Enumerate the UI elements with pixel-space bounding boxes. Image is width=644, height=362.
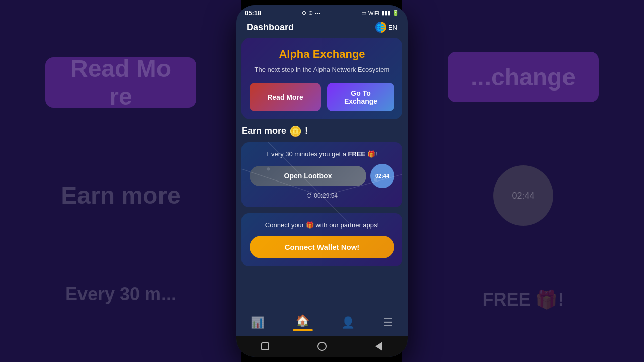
- go-to-exchange-button[interactable]: Go To Exchange: [327, 83, 394, 111]
- banner-buttons: Read More Go To Exchange: [250, 83, 394, 111]
- nav-active-indicator: [293, 329, 313, 331]
- free-text: FREE: [348, 150, 366, 158]
- screen-icon: ▭: [361, 10, 366, 16]
- language-button[interactable]: 🌐 EN: [375, 22, 397, 33]
- open-lootbox-button[interactable]: Open Lootbox: [250, 166, 366, 186]
- bg-free-text: FREE 🎁!: [482, 289, 564, 310]
- dots-icon: •••: [315, 10, 321, 16]
- nav-profile[interactable]: 👤: [335, 314, 361, 331]
- nav-menu[interactable]: ☰: [377, 314, 399, 331]
- banner-title-gold: Exchange: [313, 48, 365, 60]
- countdown-text: ⏱ 00:29:54: [250, 192, 394, 199]
- status-bar: 05:18 ⊙ ⊙ ••• ▭ WiFi ▮▮▮ 🔋: [236, 5, 408, 19]
- status-icons-right: ▭ WiFi ▮▮▮ 🔋: [361, 10, 399, 16]
- bg-circle: 02:44: [493, 165, 553, 226]
- bg-read-more-box: Read More: [45, 57, 196, 108]
- stats-icon: 📊: [251, 316, 264, 329]
- exclamation: !: [375, 150, 377, 158]
- gift-emoji: 🎁: [367, 150, 375, 158]
- clock-icon: ⊙: [308, 10, 313, 16]
- android-square-icon: [261, 342, 269, 350]
- android-circle-icon: [317, 342, 327, 351]
- android-square-button[interactable]: [260, 341, 271, 352]
- android-navigation: [236, 336, 408, 357]
- bg-timer-text: 02:44: [512, 191, 534, 201]
- bottom-navigation: 📊 🏠 👤 ☰: [236, 308, 408, 336]
- android-home-button[interactable]: [316, 341, 328, 352]
- app-header: Dashboard 🌐 EN: [236, 19, 408, 38]
- status-time: 05:18: [245, 9, 261, 17]
- lootbox-card: Every 30 minutes you get a FREE 🎁! Open …: [242, 142, 403, 207]
- nav-home[interactable]: 🏠: [287, 312, 319, 333]
- bg-earn-more-text: Earn more: [61, 182, 180, 209]
- android-back-button[interactable]: [373, 341, 384, 352]
- banner-title: Alpha Exchange: [250, 48, 394, 61]
- connect-wallet-text: Connect your 🎁 with our partner apps!: [250, 221, 394, 229]
- header-title: Dashboard: [247, 22, 294, 33]
- banner-title-white: Alpha: [279, 48, 312, 60]
- banner-card: Alpha Exchange The next step in the Alph…: [242, 38, 403, 119]
- bg-change-text: ...change: [471, 63, 576, 91]
- banner-subtitle: The next step in the Alpha Network Ecosy…: [250, 65, 394, 75]
- background-left: Read More Earn more Every 30 m...: [0, 0, 242, 362]
- nav-stats[interactable]: 📊: [245, 314, 270, 331]
- connect-wallet-card: Connect your 🎁 with our partner apps! Co…: [242, 213, 403, 266]
- signal-icon: ▮▮▮: [381, 10, 390, 16]
- status-icons-left: ⊙ ⊙ •••: [302, 10, 321, 16]
- connect-wallet-button[interactable]: Connect Wallet Now!: [250, 236, 394, 258]
- bg-read-more-text: Read More: [70, 55, 171, 110]
- main-content: Alpha Exchange The next step in the Alph…: [236, 38, 408, 308]
- home-icon: 🏠: [296, 314, 309, 327]
- background-right: ...change 02:44 FREE 🎁!: [403, 0, 644, 362]
- coin-icon: 🪙: [289, 125, 302, 137]
- phone-container: 05:18 ⊙ ⊙ ••• ▭ WiFi ▮▮▮ 🔋 Dashboard 🌐 E…: [236, 5, 408, 357]
- earn-title-text: Earn more: [242, 126, 286, 136]
- wifi-icon: WiFi: [368, 10, 379, 16]
- battery-icon: 🔋: [392, 10, 399, 16]
- profile-icon: 👤: [341, 316, 355, 329]
- bg-change-box: ...change: [448, 52, 599, 102]
- lootbox-row: Open Lootbox 02:44: [250, 164, 394, 188]
- timer-badge: 02:44: [370, 164, 394, 188]
- android-triangle-icon: [375, 342, 382, 351]
- menu-icon: ☰: [383, 316, 393, 329]
- earn-section: Earn more 🪙 ! Every 30 minutes you get a…: [236, 125, 408, 266]
- earn-exclamation: !: [305, 126, 308, 136]
- earn-title: Earn more 🪙 !: [242, 125, 403, 137]
- recording-icon: ⊙: [302, 10, 306, 16]
- lootbox-description: Every 30 minutes you get a FREE 🎁!: [250, 150, 394, 158]
- globe-icon: 🌐: [375, 22, 386, 33]
- read-more-button[interactable]: Read More: [250, 83, 321, 111]
- lang-label: EN: [388, 24, 397, 31]
- bg-every-text: Every 30 m...: [65, 284, 176, 305]
- lootbox-text-prefix: Every 30 minutes you get a: [267, 150, 348, 158]
